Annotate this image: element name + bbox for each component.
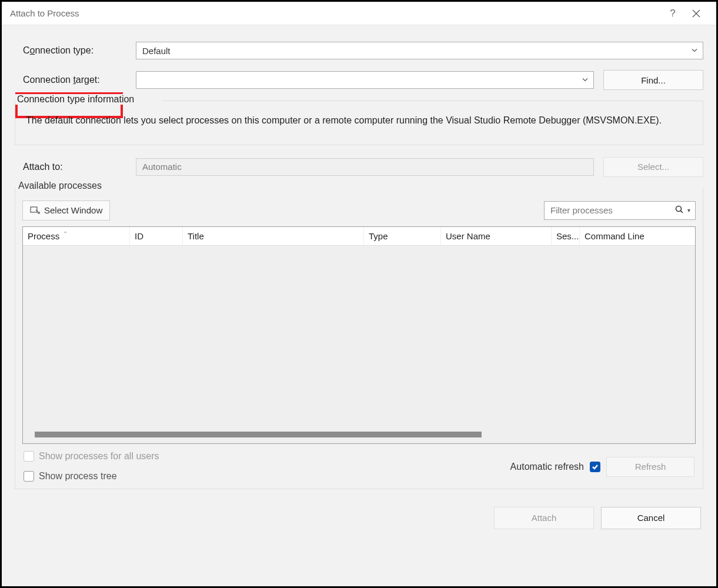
show-all-users-checkbox[interactable]: Show processes for all users [24, 451, 159, 462]
processes-footer-row: Show processes for all users Show proces… [22, 450, 696, 482]
attach-to-value: Automatic [142, 162, 182, 172]
connection-info-group: Connection type information The default … [15, 101, 703, 145]
filter-placeholder: Filter processes [550, 205, 671, 215]
attach-to-label: Attach to: [15, 162, 131, 172]
processes-toolbar: Select Window Filter processes ▾ [22, 201, 696, 220]
dialog-body: Connection type: Default Connection targ… [2, 25, 716, 586]
col-user-name[interactable]: User Name [441, 227, 552, 245]
automatic-refresh-checkbox[interactable] [590, 462, 600, 472]
checkbox-icon [24, 471, 34, 482]
refresh-button[interactable]: Refresh [606, 457, 694, 477]
connection-info-legend: Connection type information [15, 94, 136, 105]
connection-type-dropdown[interactable]: Default [136, 42, 703, 59]
close-icon [692, 9, 700, 18]
table-body[interactable] [23, 246, 695, 443]
cancel-button[interactable]: Cancel [601, 507, 701, 529]
search-icon [674, 205, 684, 216]
svg-point-3 [676, 206, 682, 212]
filter-processes-input[interactable]: Filter processes ▾ [544, 201, 696, 220]
connection-type-value: Default [142, 46, 171, 56]
find-button[interactable]: Find... [603, 70, 703, 90]
select-button[interactable]: Select... [603, 157, 703, 177]
col-type[interactable]: Type [364, 227, 441, 245]
check-icon [592, 463, 599, 470]
col-id[interactable]: ID [130, 227, 183, 245]
attach-to-field: Automatic [136, 158, 594, 176]
close-button[interactable] [684, 2, 708, 25]
attach-to-row: Attach to: Automatic Select... [15, 157, 703, 177]
table-header: Process⌃ ID Title Type User Name Ses... … [23, 227, 695, 246]
available-processes-legend: Available processes [16, 181, 103, 191]
select-window-button[interactable]: Select Window [22, 201, 110, 220]
col-process[interactable]: Process⌃ [23, 227, 130, 245]
col-session[interactable]: Ses... [552, 227, 580, 245]
chevron-down-icon [691, 46, 698, 56]
svg-rect-2 [31, 207, 37, 212]
connection-info-text: The default connection lets you select p… [26, 113, 692, 128]
chevron-down-icon [582, 75, 589, 85]
titlebar: Attach to Process ? [2, 2, 716, 25]
show-process-tree-checkbox[interactable]: Show process tree [24, 471, 159, 482]
dialog-footer: Attach Cancel [15, 497, 703, 529]
available-processes-group: Available processes Select Window Filter… [15, 188, 703, 489]
processes-table: Process⌃ ID Title Type User Name Ses... … [22, 226, 696, 444]
filter-dropdown-icon[interactable]: ▾ [687, 207, 690, 213]
window-title: Attach to Process [10, 8, 79, 18]
col-command-line[interactable]: Command Line [580, 227, 695, 245]
connection-type-label: Connection type: [15, 45, 131, 56]
attach-button[interactable]: Attach [494, 507, 594, 529]
connection-target-combo[interactable] [136, 71, 594, 89]
help-button[interactable]: ? [661, 2, 684, 25]
checkbox-icon [24, 451, 34, 462]
connection-target-row: Connection target: Find... [15, 70, 703, 90]
connection-target-label: Connection target: [15, 75, 131, 85]
dialog-window: Attach to Process ? Connection type: Def… [2, 2, 716, 586]
connection-type-row: Connection type: Default [15, 42, 703, 59]
sort-asc-icon: ⌃ [63, 230, 68, 237]
select-window-icon [30, 205, 41, 216]
svg-line-4 [681, 211, 683, 213]
automatic-refresh-label: Automatic refresh [510, 462, 584, 472]
horizontal-scrollbar-thumb[interactable] [35, 432, 482, 437]
col-title[interactable]: Title [183, 227, 364, 245]
